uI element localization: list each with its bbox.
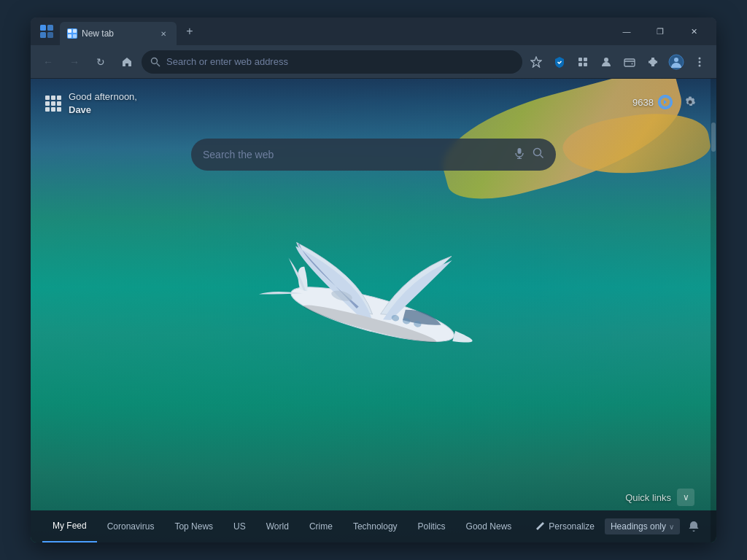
search-icon	[150, 57, 160, 67]
greeting-area: Good afternoon, Dave	[45, 90, 137, 117]
headings-label: Headings only	[611, 521, 666, 532]
notifications-button[interactable]	[683, 516, 705, 537]
home-button[interactable]	[115, 50, 139, 74]
news-cat-us[interactable]: US	[223, 510, 256, 542]
news-cat-world[interactable]: World	[256, 510, 299, 542]
search-box[interactable]	[191, 139, 556, 171]
active-tab[interactable]: New tab ✕	[60, 22, 177, 45]
scrollbar[interactable]	[711, 79, 716, 542]
address-bar[interactable]	[142, 50, 522, 74]
shield-icon[interactable]	[549, 51, 570, 73]
news-cat-topnews[interactable]: Top News	[164, 510, 223, 542]
chevron-down-icon: ∨	[669, 523, 674, 531]
scrollbar-thumb[interactable]	[711, 122, 716, 152]
back-button[interactable]: ←	[36, 50, 60, 74]
wallet-icon[interactable]	[619, 51, 640, 73]
bell-icon	[688, 521, 700, 532]
news-bar: My Feed Coronavirus Top News US World Cr…	[31, 510, 716, 542]
svg-point-20	[699, 57, 701, 59]
quick-links-chevron[interactable]: ∨	[677, 489, 694, 506]
svg-line-35	[541, 155, 543, 158]
minimize-button[interactable]: —	[610, 20, 643, 43]
svg-point-8	[152, 58, 158, 63]
svg-point-19	[674, 58, 678, 62]
search-area	[31, 117, 716, 185]
svg-rect-16	[624, 59, 635, 66]
svg-point-22	[699, 64, 701, 66]
extensions-icon[interactable]	[642, 51, 664, 73]
news-cat-technology[interactable]: Technology	[343, 510, 408, 542]
news-cat-goodnews[interactable]: Good News	[456, 510, 522, 542]
svg-rect-31	[518, 148, 522, 154]
forward-button[interactable]: →	[63, 50, 86, 74]
pencil-icon	[535, 522, 544, 531]
headings-dropdown[interactable]: Headings only ∨	[605, 518, 680, 534]
news-cat-coronavirus[interactable]: Coronavirus	[97, 510, 165, 542]
more-menu-button[interactable]	[689, 51, 711, 73]
new-tab-button[interactable]: +	[179, 21, 200, 42]
svg-marker-10	[531, 57, 541, 67]
svg-line-9	[157, 63, 160, 66]
news-cat-crime[interactable]: Crime	[299, 510, 343, 542]
account-icon[interactable]	[665, 51, 687, 73]
svg-rect-2	[40, 32, 46, 38]
news-cat-myfeed[interactable]: My Feed	[42, 510, 97, 542]
microphone-icon[interactable]	[514, 147, 525, 162]
svg-rect-3	[47, 32, 53, 38]
settings-button[interactable]	[678, 90, 702, 114]
svg-rect-1	[47, 25, 53, 31]
svg-rect-11	[578, 58, 582, 61]
quick-links-label: Quick links	[625, 492, 671, 503]
restore-button[interactable]: ❐	[643, 20, 677, 43]
browser-content: Good afternoon, Dave 9638	[31, 79, 716, 542]
tab-bar: New tab ✕ +	[36, 18, 610, 45]
news-cat-politics[interactable]: Politics	[408, 510, 456, 542]
title-bar: New tab ✕ + — ❐ ✕	[31, 18, 716, 45]
close-button[interactable]: ✕	[677, 20, 711, 43]
nav-actions	[525, 51, 711, 73]
svg-rect-7	[73, 34, 77, 38]
browser-app-icon	[36, 21, 57, 42]
newtab-overlay: Good afternoon, Dave 9638	[31, 79, 716, 542]
tab-close-button[interactable]: ✕	[158, 28, 169, 39]
greeting-text: Good afternoon, Dave	[69, 90, 137, 117]
favorites-icon[interactable]	[525, 51, 547, 73]
svg-rect-4	[68, 29, 71, 33]
search-input[interactable]	[203, 149, 506, 160]
rewards-icon	[658, 95, 673, 109]
apps-grid-button[interactable]	[45, 96, 61, 112]
personalize-button[interactable]: Personalize	[528, 518, 602, 534]
svg-point-21	[699, 61, 701, 63]
quick-links-area: Quick links ∨	[625, 489, 694, 506]
window-controls: — ❐ ✕	[610, 20, 711, 43]
svg-point-30	[689, 101, 692, 104]
svg-rect-5	[73, 29, 77, 33]
svg-rect-13	[578, 63, 582, 66]
browser-window: New tab ✕ + — ❐ ✕ ← → ↻	[31, 18, 716, 542]
svg-point-34	[534, 149, 541, 156]
svg-rect-0	[40, 25, 46, 31]
news-actions: Personalize Headings only ∨	[528, 516, 705, 537]
svg-rect-12	[584, 58, 587, 61]
svg-rect-14	[584, 63, 587, 66]
svg-point-15	[604, 58, 608, 62]
nav-bar: ← → ↻	[31, 45, 716, 79]
top-right-actions: 9638	[632, 90, 702, 114]
refresh-button[interactable]: ↻	[89, 50, 112, 74]
profile-icon[interactable]	[595, 51, 617, 73]
search-submit-button[interactable]	[533, 147, 544, 162]
rewards-area[interactable]: 9638	[632, 95, 673, 109]
svg-point-17	[632, 63, 633, 64]
tab-title: New tab	[82, 28, 153, 39]
tab-favicon	[67, 28, 77, 39]
newtab-top: Good afternoon, Dave 9638	[31, 79, 716, 117]
news-categories: My Feed Coronavirus Top News US World Cr…	[42, 510, 528, 542]
address-input[interactable]	[166, 56, 514, 67]
svg-rect-6	[68, 34, 71, 38]
collections-icon[interactable]	[572, 51, 594, 73]
